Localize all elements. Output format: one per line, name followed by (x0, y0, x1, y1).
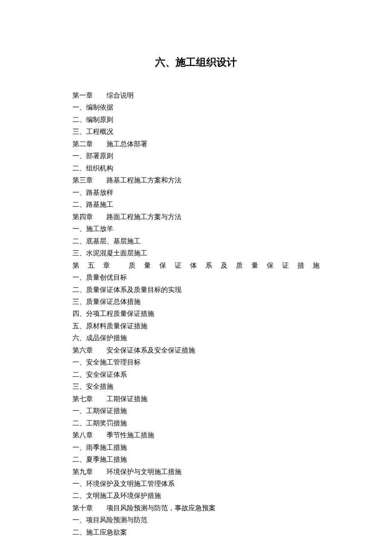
toc-chapter-title: 环境保护与文明施工措施 (107, 468, 182, 475)
toc-section: 四、分项工程质量保证措施 (72, 308, 320, 320)
toc-chapter-label: 第九章 (72, 466, 93, 478)
toc-chapter: 第二章施工总体部署 (72, 138, 320, 150)
toc-section: 一、项目风险预测与防范 (72, 514, 320, 526)
toc-chapter: 第四章路面工程施工方案与方法 (72, 211, 320, 223)
toc-chapter: 第七章工期保证措施 (72, 393, 320, 405)
toc-chapter-label: 第二章 (72, 138, 93, 150)
toc-section: 二、工期奖罚措施 (72, 417, 320, 429)
toc-chapter: 第九章环境保护与文明施工措施 (72, 466, 320, 478)
toc-section: 三、工程概况 (72, 126, 320, 138)
toc-section: 一、路基放样 (72, 187, 320, 199)
toc-section: 一、环境保护及文明施工管理体系 (72, 478, 320, 490)
toc-section: 一、雨季施工措施 (72, 442, 320, 454)
toc-chapter-title: 项目风险预测与防范，事故应急预案 (107, 504, 216, 512)
toc-section: 二、安全保证体系 (72, 369, 320, 381)
toc-chapter-label: 第七章 (72, 393, 93, 405)
toc-section: 二、质量保证体系及质量目标的实现 (72, 284, 320, 296)
toc-section: 一、部署原则 (72, 150, 320, 162)
toc-section: 一、编制依据 (72, 101, 320, 113)
toc-chapter-title: 季节性施工措施 (107, 431, 154, 439)
toc-section: 二、组织机构 (72, 162, 320, 174)
toc-section: 一、工期保证措施 (72, 405, 320, 417)
toc-section: 一、安全施工管理目标 (72, 356, 320, 368)
toc-section: 二、施工应急欲案 (72, 526, 320, 538)
toc-section: 一、施工放羊 (72, 223, 320, 235)
toc-section: 二、夏季施工措施 (72, 454, 320, 465)
toc-chapter: 第三章路基工程施工方案和方法 (72, 174, 320, 186)
toc-section: 三、水泥混凝土面层施工 (72, 247, 320, 259)
toc-section: 二、路基施工 (72, 199, 320, 211)
toc-chapter: 第八章季节性施工措施 (72, 429, 320, 441)
toc-section: 三、安全措施 (72, 381, 320, 393)
toc-chapter-title: 施工总体部署 (107, 140, 147, 147)
toc-chapter: 第六章安全保证体系及安全保证措施 (72, 344, 320, 356)
toc-chapter-label: 第三章 (72, 174, 93, 186)
toc-chapter: 第一章综合说明 (72, 90, 320, 101)
toc-section: 五、原材料质量保证措施 (72, 320, 320, 332)
document-title: 六、施工组织设计 (72, 55, 320, 69)
toc-section: 二、编制原则 (72, 114, 320, 126)
toc-chapter: 第五章 质量保证体系及质量保证措施 (72, 260, 320, 272)
toc-chapter-label: 第六章 (72, 344, 93, 356)
toc-chapter-label: 第四章 (72, 211, 93, 223)
toc-chapter-label: 第八章 (72, 429, 93, 441)
toc-section: 二、底基层、基层施工 (72, 235, 320, 247)
toc-section: 六、成品保护措施 (72, 332, 320, 344)
toc-chapter: 第十章项目风险预测与防范，事故应急预案 (72, 502, 320, 514)
toc-section: 三、质量保证总体措施 (72, 296, 320, 308)
toc-section: 一、质量创优目标 (72, 272, 320, 283)
toc-chapter-label: 第一章 (72, 90, 93, 101)
toc-chapter-title: 综合说明 (107, 92, 134, 99)
toc-chapter-title: 路面工程施工方案与方法 (107, 213, 182, 220)
table-of-contents: 第一章综合说明 一、编制依据 二、编制原则 三、工程概况 第二章施工总体部署 一… (72, 90, 320, 538)
toc-chapter-title: 工期保证措施 (107, 395, 147, 402)
toc-chapter-title: 安全保证体系及安全保证措施 (107, 347, 195, 354)
toc-chapter-title: 路基工程施工方案和方法 (107, 176, 182, 184)
toc-chapter-label: 第十章 (72, 502, 93, 514)
toc-section: 二、文明施工及环境保护措施 (72, 490, 320, 502)
